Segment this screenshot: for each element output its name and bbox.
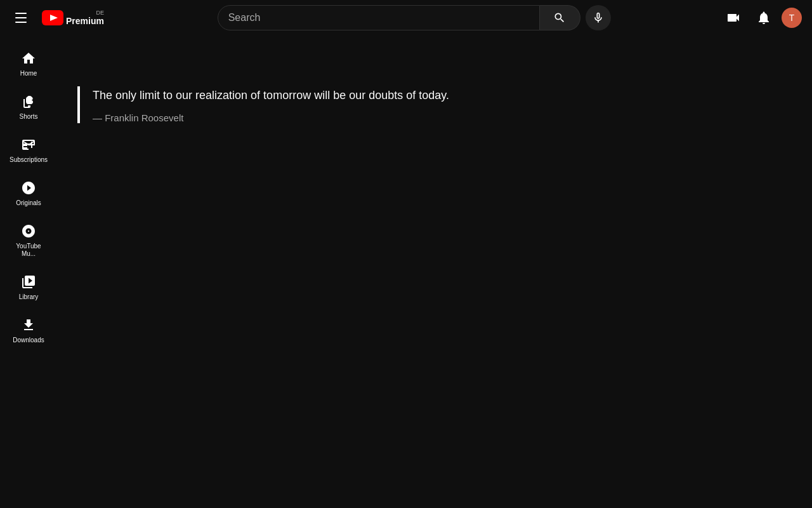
sidebar: Home Shorts Subscriptions Originals (0, 36, 57, 508)
user-avatar[interactable]: T (782, 8, 802, 28)
header-center (218, 5, 611, 30)
quote-text: The only limit to our realization of tom… (93, 86, 792, 105)
sidebar-item-home-label: Home (20, 70, 37, 77)
search-form[interactable] (218, 5, 580, 30)
downloads-icon (21, 318, 36, 333)
quote-container: The only limit to our realization of tom… (77, 86, 792, 123)
header-left: DE Premium (10, 8, 162, 28)
shorts-icon (21, 94, 36, 109)
bell-icon (756, 10, 771, 25)
sidebar-item-youtube-music[interactable]: YouTube Mu... (5, 216, 52, 264)
menu-line-3 (15, 22, 27, 23)
logo-premium-text: Premium (66, 17, 104, 25)
sidebar-item-subscriptions-label: Subscriptions (10, 156, 48, 164)
youtube-logo-icon (42, 10, 63, 25)
avatar-initial: T (789, 13, 795, 23)
sidebar-item-shorts-label: Shorts (20, 113, 38, 121)
sidebar-item-youtube-music-label: YouTube Mu... (10, 243, 47, 258)
sidebar-item-originals-label: Originals (16, 199, 41, 207)
menu-line-2 (15, 17, 27, 18)
create-button[interactable] (721, 5, 746, 30)
create-icon (726, 10, 741, 25)
main-content: The only limit to our realization of tom… (57, 36, 812, 149)
sidebar-item-library-label: Library (19, 293, 39, 301)
logo-text: DE Premium (66, 10, 104, 25)
sidebar-item-shorts[interactable]: Shorts (5, 86, 52, 127)
sidebar-item-library[interactable]: Library (5, 267, 52, 307)
logo-de-badge: DE (96, 10, 104, 16)
search-input[interactable] (218, 6, 539, 30)
search-input-wrapper (218, 5, 540, 30)
menu-button[interactable] (10, 8, 32, 28)
sidebar-item-subscriptions[interactable]: Subscriptions (5, 130, 52, 170)
quote-author: — Franklin Roosevelt (93, 112, 792, 123)
search-icon (553, 11, 566, 24)
library-icon (21, 274, 36, 290)
voice-search-button[interactable] (586, 5, 611, 30)
sidebar-item-downloads[interactable]: Downloads (5, 310, 52, 351)
subscriptions-icon (21, 137, 36, 152)
sidebar-item-home[interactable]: Home (5, 43, 52, 84)
header-right: T (721, 5, 802, 30)
home-icon (21, 51, 36, 66)
microphone-icon (592, 11, 605, 24)
header: DE Premium (0, 0, 812, 36)
sidebar-item-originals[interactable]: Originals (5, 173, 52, 213)
notifications-button[interactable] (751, 5, 776, 30)
menu-line-1 (15, 13, 27, 14)
sidebar-item-downloads-label: Downloads (13, 337, 44, 344)
music-icon (21, 224, 36, 239)
originals-icon (21, 180, 36, 196)
search-button[interactable] (540, 5, 580, 30)
logo[interactable]: DE Premium (42, 10, 104, 25)
